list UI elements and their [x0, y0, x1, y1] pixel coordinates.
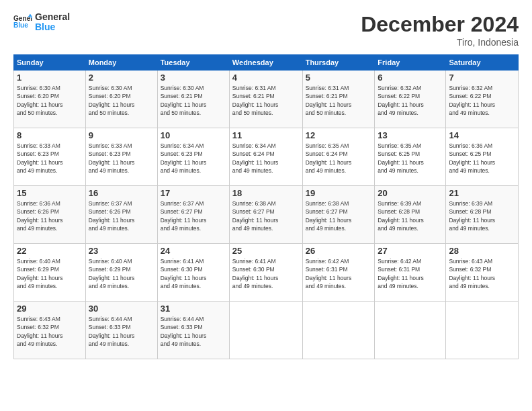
header: General Blue General Blue December 2024 … — [13, 12, 519, 48]
col-saturday: Saturday — [446, 55, 519, 71]
cell-week4-day3: 25 Sunrise: 6:41 AMSunset: 6:30 PMDaylig… — [229, 244, 302, 302]
title-section: December 2024 Tiro, Indonesia — [361, 12, 519, 48]
day-number: 21 — [449, 188, 515, 198]
day-detail: Sunrise: 6:32 AMSunset: 6:22 PMDaylight:… — [378, 85, 424, 116]
day-detail: Sunrise: 6:44 AMSunset: 6:33 PMDaylight:… — [89, 316, 135, 347]
day-detail: Sunrise: 6:37 AMSunset: 6:27 PMDaylight:… — [161, 200, 207, 232]
header-row: Sunday Monday Tuesday Wednesday Thursday… — [14, 55, 519, 71]
day-detail: Sunrise: 6:44 AMSunset: 6:33 PMDaylight:… — [161, 316, 207, 347]
day-detail: Sunrise: 6:35 AMSunset: 6:24 PMDaylight:… — [306, 142, 352, 174]
day-number: 22 — [17, 246, 83, 256]
day-detail: Sunrise: 6:42 AMSunset: 6:31 PMDaylight:… — [378, 258, 424, 289]
day-number: 10 — [161, 130, 226, 140]
day-detail: Sunrise: 6:43 AMSunset: 6:32 PMDaylight:… — [17, 316, 63, 347]
day-detail: Sunrise: 6:39 AMSunset: 6:28 PMDaylight:… — [449, 200, 495, 232]
day-number: 17 — [161, 188, 226, 198]
cell-week3-day0: 15 Sunrise: 6:36 AMSunset: 6:26 PMDaylig… — [14, 186, 86, 244]
day-number: 29 — [17, 304, 83, 314]
week-row-2: 8 Sunrise: 6:33 AMSunset: 6:23 PMDayligh… — [14, 128, 519, 186]
day-number: 16 — [89, 188, 154, 198]
week-row-1: 1 Sunrise: 6:30 AMSunset: 6:20 PMDayligh… — [14, 71, 519, 128]
day-detail: Sunrise: 6:42 AMSunset: 6:31 PMDaylight:… — [306, 258, 352, 289]
day-detail: Sunrise: 6:33 AMSunset: 6:23 PMDaylight:… — [89, 142, 135, 174]
day-number: 13 — [378, 130, 443, 140]
cell-week3-day2: 17 Sunrise: 6:37 AMSunset: 6:27 PMDaylig… — [157, 186, 229, 244]
cell-week3-day3: 18 Sunrise: 6:38 AMSunset: 6:27 PMDaylig… — [229, 186, 302, 244]
cell-week5-day1: 30 Sunrise: 6:44 AMSunset: 6:33 PMDaylig… — [85, 302, 157, 359]
day-number: 15 — [17, 188, 83, 198]
day-detail: Sunrise: 6:30 AMSunset: 6:20 PMDaylight:… — [89, 85, 135, 116]
cell-week4-day0: 22 Sunrise: 6:40 AMSunset: 6:29 PMDaylig… — [14, 244, 86, 302]
day-number: 6 — [378, 73, 443, 83]
logo-icon: General Blue — [13, 13, 32, 32]
day-detail: Sunrise: 6:39 AMSunset: 6:28 PMDaylight:… — [378, 200, 424, 232]
day-number: 1 — [17, 73, 83, 83]
day-number: 18 — [232, 188, 300, 198]
day-number: 4 — [232, 73, 300, 83]
cell-week2-day5: 13 Sunrise: 6:35 AMSunset: 6:25 PMDaylig… — [375, 128, 446, 186]
day-number: 25 — [232, 246, 300, 256]
week-row-3: 15 Sunrise: 6:36 AMSunset: 6:26 PMDaylig… — [14, 186, 519, 244]
day-number: 23 — [89, 246, 154, 256]
cell-week5-day6 — [446, 302, 519, 359]
cell-week4-day5: 27 Sunrise: 6:42 AMSunset: 6:31 PMDaylig… — [375, 244, 446, 302]
calendar-table: Sunday Monday Tuesday Wednesday Thursday… — [13, 54, 519, 359]
day-number: 24 — [161, 246, 226, 256]
cell-week1-day4: 5 Sunrise: 6:31 AMSunset: 6:21 PMDayligh… — [302, 71, 375, 128]
cell-week2-day4: 12 Sunrise: 6:35 AMSunset: 6:24 PMDaylig… — [302, 128, 375, 186]
logo-blue: Blue — [35, 22, 70, 32]
day-detail: Sunrise: 6:38 AMSunset: 6:27 PMDaylight:… — [306, 200, 352, 232]
svg-text:Blue: Blue — [13, 21, 28, 29]
day-detail: Sunrise: 6:38 AMSunset: 6:27 PMDaylight:… — [232, 200, 279, 232]
cell-week1-day3: 4 Sunrise: 6:31 AMSunset: 6:21 PMDayligh… — [229, 71, 302, 128]
cell-week1-day1: 2 Sunrise: 6:30 AMSunset: 6:20 PMDayligh… — [85, 71, 157, 128]
cell-week1-day0: 1 Sunrise: 6:30 AMSunset: 6:20 PMDayligh… — [14, 71, 86, 128]
cell-week1-day5: 6 Sunrise: 6:32 AMSunset: 6:22 PMDayligh… — [375, 71, 446, 128]
logo: General Blue General Blue — [13, 12, 70, 33]
day-number: 31 — [161, 304, 226, 314]
day-number: 8 — [17, 130, 83, 140]
cell-week2-day6: 14 Sunrise: 6:36 AMSunset: 6:25 PMDaylig… — [446, 128, 519, 186]
cell-week4-day4: 26 Sunrise: 6:42 AMSunset: 6:31 PMDaylig… — [302, 244, 375, 302]
month-title: December 2024 — [361, 12, 519, 37]
day-detail: Sunrise: 6:33 AMSunset: 6:23 PMDaylight:… — [17, 142, 63, 174]
day-detail: Sunrise: 6:40 AMSunset: 6:29 PMDaylight:… — [89, 258, 135, 289]
col-monday: Monday — [85, 55, 157, 71]
day-number: 5 — [306, 73, 372, 83]
cell-week5-day0: 29 Sunrise: 6:43 AMSunset: 6:32 PMDaylig… — [14, 302, 86, 359]
day-detail: Sunrise: 6:43 AMSunset: 6:32 PMDaylight:… — [449, 258, 495, 289]
col-sunday: Sunday — [14, 55, 86, 71]
week-row-5: 29 Sunrise: 6:43 AMSunset: 6:32 PMDaylig… — [14, 302, 519, 359]
cell-week5-day5 — [375, 302, 446, 359]
day-detail: Sunrise: 6:35 AMSunset: 6:25 PMDaylight:… — [378, 142, 424, 174]
col-wednesday: Wednesday — [229, 55, 302, 71]
cell-week3-day1: 16 Sunrise: 6:37 AMSunset: 6:26 PMDaylig… — [85, 186, 157, 244]
cell-week4-day6: 28 Sunrise: 6:43 AMSunset: 6:32 PMDaylig… — [446, 244, 519, 302]
day-number: 12 — [306, 130, 372, 140]
week-row-4: 22 Sunrise: 6:40 AMSunset: 6:29 PMDaylig… — [14, 244, 519, 302]
cell-week1-day2: 3 Sunrise: 6:30 AMSunset: 6:21 PMDayligh… — [157, 71, 229, 128]
col-tuesday: Tuesday — [157, 55, 229, 71]
day-detail: Sunrise: 6:30 AMSunset: 6:20 PMDaylight:… — [17, 85, 63, 116]
cell-week2-day1: 9 Sunrise: 6:33 AMSunset: 6:23 PMDayligh… — [85, 128, 157, 186]
day-detail: Sunrise: 6:37 AMSunset: 6:26 PMDaylight:… — [89, 200, 135, 232]
cell-week4-day1: 23 Sunrise: 6:40 AMSunset: 6:29 PMDaylig… — [85, 244, 157, 302]
day-detail: Sunrise: 6:34 AMSunset: 6:24 PMDaylight:… — [232, 142, 279, 174]
cell-week2-day3: 11 Sunrise: 6:34 AMSunset: 6:24 PMDaylig… — [229, 128, 302, 186]
day-number: 2 — [89, 73, 154, 83]
day-detail: Sunrise: 6:36 AMSunset: 6:26 PMDaylight:… — [17, 200, 63, 232]
day-detail: Sunrise: 6:41 AMSunset: 6:30 PMDaylight:… — [232, 258, 279, 289]
day-number: 3 — [161, 73, 226, 83]
day-number: 9 — [89, 130, 154, 140]
calendar-page: General Blue General Blue December 2024 … — [0, 0, 532, 411]
day-number: 19 — [306, 188, 372, 198]
day-number: 28 — [449, 246, 515, 256]
day-detail: Sunrise: 6:41 AMSunset: 6:30 PMDaylight:… — [161, 258, 207, 289]
logo-general: General — [35, 12, 70, 22]
cell-week3-day6: 21 Sunrise: 6:39 AMSunset: 6:28 PMDaylig… — [446, 186, 519, 244]
day-number: 11 — [232, 130, 300, 140]
cell-week5-day2: 31 Sunrise: 6:44 AMSunset: 6:33 PMDaylig… — [157, 302, 229, 359]
day-number: 14 — [449, 130, 515, 140]
cell-week2-day2: 10 Sunrise: 6:34 AMSunset: 6:23 PMDaylig… — [157, 128, 229, 186]
col-friday: Friday — [375, 55, 446, 71]
